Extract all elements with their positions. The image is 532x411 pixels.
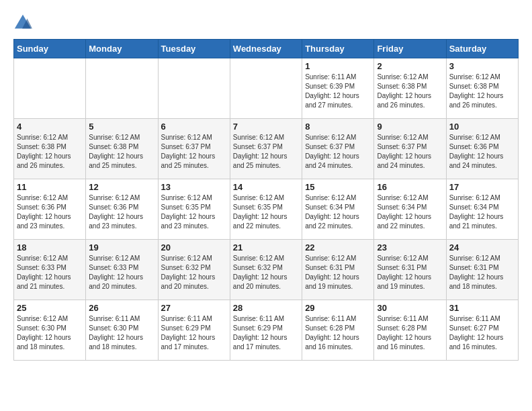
- day-number: 15: [305, 182, 371, 192]
- calendar-cell: 11Sunrise: 6:12 AM Sunset: 6:36 PM Dayli…: [14, 179, 86, 240]
- calendar-cell: 21Sunrise: 6:12 AM Sunset: 6:32 PM Dayli…: [230, 240, 302, 300]
- col-header-wednesday: Wednesday: [230, 40, 302, 58]
- calendar-cell: 26Sunrise: 6:11 AM Sunset: 6:30 PM Dayli…: [86, 300, 158, 361]
- day-number: 7: [233, 122, 299, 132]
- calendar-cell: 27Sunrise: 6:11 AM Sunset: 6:29 PM Dayli…: [158, 300, 230, 361]
- day-info: Sunrise: 6:12 AM Sunset: 6:38 PM Dayligh…: [89, 133, 154, 171]
- day-info: Sunrise: 6:12 AM Sunset: 6:38 PM Dayligh…: [377, 73, 443, 110]
- day-number: 4: [17, 122, 83, 132]
- day-info: Sunrise: 6:12 AM Sunset: 6:30 PM Dayligh…: [17, 314, 83, 352]
- calendar-cell: 31Sunrise: 6:11 AM Sunset: 6:27 PM Dayli…: [446, 300, 518, 361]
- day-number: 24: [449, 242, 515, 253]
- calendar-cell: 23Sunrise: 6:12 AM Sunset: 6:31 PM Dayli…: [374, 240, 446, 300]
- calendar-cell: 25Sunrise: 6:12 AM Sunset: 6:30 PM Dayli…: [14, 300, 86, 361]
- calendar-cell: 29Sunrise: 6:11 AM Sunset: 6:28 PM Dayli…: [302, 300, 374, 361]
- day-number: 13: [161, 182, 227, 192]
- day-info: Sunrise: 6:11 AM Sunset: 6:27 PM Dayligh…: [449, 314, 515, 352]
- calendar-cell: 2Sunrise: 6:12 AM Sunset: 6:38 PM Daylig…: [374, 58, 446, 119]
- day-info: Sunrise: 6:11 AM Sunset: 6:39 PM Dayligh…: [305, 73, 371, 110]
- day-number: 21: [233, 242, 299, 253]
- day-number: 9: [377, 122, 443, 132]
- day-info: Sunrise: 6:12 AM Sunset: 6:31 PM Dayligh…: [449, 254, 515, 291]
- day-number: 18: [17, 242, 83, 253]
- day-info: Sunrise: 6:12 AM Sunset: 6:38 PM Dayligh…: [449, 73, 515, 110]
- col-header-thursday: Thursday: [302, 40, 374, 58]
- day-info: Sunrise: 6:12 AM Sunset: 6:37 PM Dayligh…: [305, 133, 371, 171]
- day-number: 26: [89, 303, 154, 313]
- calendar-cell: 19Sunrise: 6:12 AM Sunset: 6:33 PM Dayli…: [86, 240, 158, 300]
- day-number: 23: [377, 242, 443, 253]
- calendar-cell: 18Sunrise: 6:12 AM Sunset: 6:33 PM Dayli…: [14, 240, 86, 300]
- day-info: Sunrise: 6:12 AM Sunset: 6:38 PM Dayligh…: [17, 133, 83, 171]
- calendar-cell: 5Sunrise: 6:12 AM Sunset: 6:38 PM Daylig…: [86, 119, 158, 179]
- day-info: Sunrise: 6:12 AM Sunset: 6:37 PM Dayligh…: [161, 133, 227, 171]
- calendar-cell: 4Sunrise: 6:12 AM Sunset: 6:38 PM Daylig…: [14, 119, 86, 179]
- calendar-cell: 12Sunrise: 6:12 AM Sunset: 6:36 PM Dayli…: [86, 179, 158, 240]
- day-number: 17: [449, 182, 515, 192]
- day-number: 6: [161, 122, 227, 132]
- day-info: Sunrise: 6:12 AM Sunset: 6:36 PM Dayligh…: [17, 193, 83, 231]
- day-number: 8: [305, 122, 371, 132]
- calendar-week-4: 18Sunrise: 6:12 AM Sunset: 6:33 PM Dayli…: [14, 240, 519, 300]
- day-number: 22: [305, 242, 371, 253]
- day-number: 30: [377, 303, 443, 313]
- calendar-cell: 14Sunrise: 6:12 AM Sunset: 6:35 PM Dayli…: [230, 179, 302, 240]
- calendar-cell: 28Sunrise: 6:11 AM Sunset: 6:29 PM Dayli…: [230, 300, 302, 361]
- day-info: Sunrise: 6:12 AM Sunset: 6:34 PM Dayligh…: [449, 193, 515, 231]
- day-number: 14: [233, 182, 299, 192]
- calendar-cell: 7Sunrise: 6:12 AM Sunset: 6:37 PM Daylig…: [230, 119, 302, 179]
- day-info: Sunrise: 6:11 AM Sunset: 6:29 PM Dayligh…: [161, 314, 227, 352]
- calendar-table: SundayMondayTuesdayWednesdayThursdayFrid…: [13, 39, 519, 361]
- calendar-cell: 9Sunrise: 6:12 AM Sunset: 6:37 PM Daylig…: [374, 119, 446, 179]
- day-number: 19: [89, 242, 154, 253]
- day-number: 12: [89, 182, 154, 192]
- calendar-cell: 15Sunrise: 6:12 AM Sunset: 6:34 PM Dayli…: [302, 179, 374, 240]
- calendar-cell: 3Sunrise: 6:12 AM Sunset: 6:38 PM Daylig…: [446, 58, 518, 119]
- calendar-cell: [230, 58, 302, 119]
- col-header-saturday: Saturday: [446, 40, 518, 58]
- logo-icon: [13, 13, 32, 32]
- day-number: 20: [161, 242, 227, 253]
- day-number: 27: [161, 303, 227, 313]
- day-info: Sunrise: 6:12 AM Sunset: 6:34 PM Dayligh…: [377, 193, 443, 231]
- calendar-cell: [86, 58, 158, 119]
- calendar-week-3: 11Sunrise: 6:12 AM Sunset: 6:36 PM Dayli…: [14, 179, 519, 240]
- calendar-cell: 13Sunrise: 6:12 AM Sunset: 6:35 PM Dayli…: [158, 179, 230, 240]
- day-info: Sunrise: 6:12 AM Sunset: 6:33 PM Dayligh…: [17, 254, 83, 291]
- day-info: Sunrise: 6:12 AM Sunset: 6:31 PM Dayligh…: [305, 254, 371, 291]
- logo: [13, 13, 35, 32]
- col-header-monday: Monday: [86, 40, 158, 58]
- calendar-cell: [14, 58, 86, 119]
- day-info: Sunrise: 6:11 AM Sunset: 6:29 PM Dayligh…: [233, 314, 299, 352]
- day-info: Sunrise: 6:11 AM Sunset: 6:30 PM Dayligh…: [89, 314, 154, 352]
- day-number: 2: [377, 61, 443, 71]
- calendar-cell: 8Sunrise: 6:12 AM Sunset: 6:37 PM Daylig…: [302, 119, 374, 179]
- calendar-week-5: 25Sunrise: 6:12 AM Sunset: 6:30 PM Dayli…: [14, 300, 519, 361]
- col-header-tuesday: Tuesday: [158, 40, 230, 58]
- page-header: [13, 13, 519, 32]
- day-info: Sunrise: 6:12 AM Sunset: 6:35 PM Dayligh…: [233, 193, 299, 231]
- calendar-cell: 1Sunrise: 6:11 AM Sunset: 6:39 PM Daylig…: [302, 58, 374, 119]
- calendar-cell: 20Sunrise: 6:12 AM Sunset: 6:32 PM Dayli…: [158, 240, 230, 300]
- calendar-cell: 6Sunrise: 6:12 AM Sunset: 6:37 PM Daylig…: [158, 119, 230, 179]
- day-info: Sunrise: 6:12 AM Sunset: 6:31 PM Dayligh…: [377, 254, 443, 291]
- day-number: 16: [377, 182, 443, 192]
- day-info: Sunrise: 6:12 AM Sunset: 6:32 PM Dayligh…: [161, 254, 227, 291]
- day-info: Sunrise: 6:12 AM Sunset: 6:37 PM Dayligh…: [377, 133, 443, 171]
- calendar-week-1: 1Sunrise: 6:11 AM Sunset: 6:39 PM Daylig…: [14, 58, 519, 119]
- day-number: 10: [449, 122, 515, 132]
- calendar-cell: 17Sunrise: 6:12 AM Sunset: 6:34 PM Dayli…: [446, 179, 518, 240]
- day-info: Sunrise: 6:12 AM Sunset: 6:34 PM Dayligh…: [305, 193, 371, 231]
- day-number: 5: [89, 122, 154, 132]
- day-info: Sunrise: 6:11 AM Sunset: 6:28 PM Dayligh…: [305, 314, 371, 352]
- calendar-week-2: 4Sunrise: 6:12 AM Sunset: 6:38 PM Daylig…: [14, 119, 519, 179]
- col-header-friday: Friday: [374, 40, 446, 58]
- day-info: Sunrise: 6:12 AM Sunset: 6:32 PM Dayligh…: [233, 254, 299, 291]
- day-number: 28: [233, 303, 299, 313]
- day-number: 29: [305, 303, 371, 313]
- day-number: 3: [449, 61, 515, 71]
- calendar-cell: 10Sunrise: 6:12 AM Sunset: 6:36 PM Dayli…: [446, 119, 518, 179]
- day-number: 31: [449, 303, 515, 313]
- calendar-cell: 22Sunrise: 6:12 AM Sunset: 6:31 PM Dayli…: [302, 240, 374, 300]
- calendar-cell: 16Sunrise: 6:12 AM Sunset: 6:34 PM Dayli…: [374, 179, 446, 240]
